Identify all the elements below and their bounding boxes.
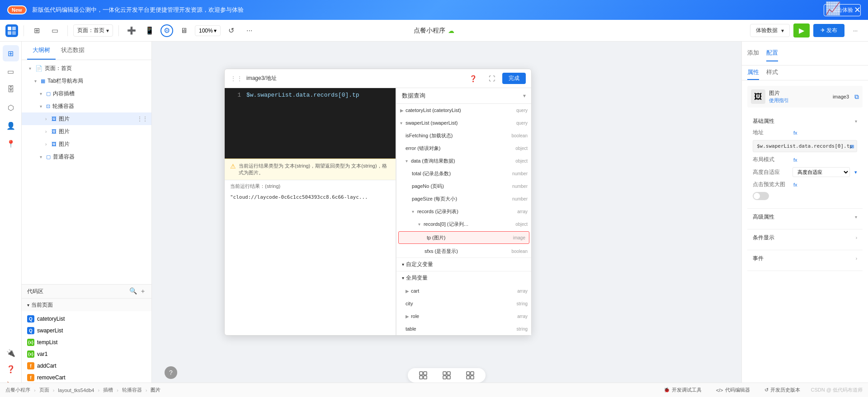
drag-icon[interactable]: ⋮⋮	[137, 116, 148, 122]
search-code-icon[interactable]: 🔍	[129, 287, 137, 295]
tree-item-image-2[interactable]: › 🖼 图片	[22, 125, 151, 138]
run-button[interactable]: ▶	[793, 23, 810, 37]
address-fx-icon[interactable]: fx	[793, 130, 797, 135]
done-button[interactable]: 完成	[502, 73, 526, 84]
add-page-icon[interactable]: ➕	[124, 23, 139, 38]
code-item-addCart[interactable]: f addCart	[22, 360, 151, 372]
sidebar-item-data[interactable]: 🗄	[3, 81, 19, 98]
publish-button[interactable]: ✈ 发布	[813, 24, 844, 37]
height-fx-icon[interactable]: ▾	[854, 169, 857, 175]
more-options-icon[interactable]: ···	[242, 23, 257, 38]
data-item-isFetching[interactable]: isFetching (加载状态) boolean	[396, 129, 531, 142]
code-item-swaperList[interactable]: Q swaperList	[22, 325, 151, 336]
code-item-catetoryList[interactable]: Q catetoryList	[22, 313, 151, 325]
data-item-pageSize[interactable]: pageSize (每页大小) number	[396, 192, 531, 205]
tab-state[interactable]: 状态数据	[56, 42, 90, 60]
preview-toggle[interactable]	[753, 192, 769, 200]
experience-data-button[interactable]: 体验数据▾	[750, 24, 790, 37]
help-icon[interactable]: ❓	[465, 73, 481, 84]
breadcrumb-layout[interactable]: layout_tks54db4	[58, 388, 94, 393]
more-menu-icon[interactable]: ···	[848, 23, 863, 38]
grid-view-icon[interactable]: ⊞	[29, 23, 44, 38]
data-item-label: catetoryList (catetoryList)	[406, 107, 461, 113]
tree-item-generic-container[interactable]: ▾ ▢ 普通容器	[22, 150, 151, 163]
tree-item-carousel[interactable]: ▾ ⊡ 轮播容器	[22, 100, 151, 112]
data-item-data[interactable]: ▾ data (查询结果数据) object	[396, 154, 531, 167]
code-item-removeCart[interactable]: f removeCart	[22, 372, 151, 383]
breadcrumb-carousel[interactable]: 轮播容器	[122, 387, 142, 393]
sidebar-item-location[interactable]: 📍	[3, 135, 19, 152]
data-item-error[interactable]: error (错误对象) object	[396, 142, 531, 154]
bottom-icon-1[interactable]	[419, 371, 428, 380]
data-item-city[interactable]: city string	[396, 297, 531, 310]
height-select[interactable]: 高度自适应 固定高度	[793, 167, 850, 177]
tree-item-page[interactable]: ▾ 📄 页面：首页 ⚙ 🔍	[22, 62, 151, 75]
sidebar-item-users[interactable]: 👤	[3, 117, 19, 134]
tree-item-tab-nav[interactable]: ▾ ▦ Tab栏导航布局	[22, 75, 151, 87]
sidebar-item-extensions[interactable]: 🔌	[3, 345, 19, 361]
layout-fx-icon[interactable]: fx	[793, 157, 797, 163]
code-editor-empty[interactable]	[225, 104, 396, 159]
data-item-records0[interactable]: ▾ records[0] (记录列… object	[396, 218, 531, 230]
data-item-total[interactable]: total (记录总条数) number	[396, 167, 531, 180]
drag-handle-icon[interactable]: ⋮⋮	[230, 75, 243, 82]
breadcrumb-page[interactable]: 页面	[39, 387, 49, 393]
settings-icon[interactable]: ⚙	[160, 24, 173, 37]
tab-properties[interactable]: 属性	[747, 65, 759, 80]
breadcrumb-app[interactable]: 点餐小程序	[5, 387, 30, 393]
page-selector[interactable]: 页面：首页 ▾	[73, 24, 113, 37]
tab-add[interactable]: 添加	[747, 45, 759, 61]
desktop-icon[interactable]: 🖥	[177, 23, 191, 38]
sidebar-item-components[interactable]: ⊞	[3, 45, 19, 61]
copy-icon[interactable]: ⧉	[854, 93, 859, 101]
address-value-box[interactable]: $w.swaperList.data.records[0].tp ⊞	[753, 140, 857, 152]
condition-title[interactable]: 条件显示 ›	[753, 234, 857, 242]
data-panel-header[interactable]: 数据查询 ▾	[396, 88, 531, 104]
app-logo[interactable]	[5, 24, 18, 37]
basic-props-title[interactable]: 基础属性 ▾	[753, 117, 857, 125]
code-item-var1[interactable]: {x} var1	[22, 348, 151, 360]
data-item-records[interactable]: ▾ records (记录列表) array	[396, 205, 531, 218]
debug-tool-button[interactable]: 🐞 开发调试工具	[660, 385, 705, 395]
add-code-icon[interactable]: ＋	[140, 287, 146, 295]
breadcrumb-slot[interactable]: 插槽	[103, 387, 113, 393]
tab-config[interactable]: 配置	[766, 45, 778, 61]
bottom-icon-2[interactable]	[442, 371, 451, 380]
data-item-pageNo[interactable]: pageNo (页码) number	[396, 180, 531, 192]
code-item-tempList[interactable]: {x} tempList	[22, 336, 151, 348]
fullscreen-icon[interactable]: ⛶	[484, 73, 500, 84]
history-button[interactable]: ↺ 开发历史版本	[761, 385, 804, 395]
event-title[interactable]: 事件 ›	[753, 255, 857, 262]
tree-item-image-1[interactable]: › 🖼 图片 ⋮⋮	[22, 112, 151, 125]
global-var-section[interactable]: ▾ 全局变量	[396, 271, 531, 285]
advanced-props-title[interactable]: 高级属性 ▾	[753, 213, 857, 221]
edit-binding-icon[interactable]: ⊞	[850, 143, 854, 150]
close-announcement-icon[interactable]: ✕	[854, 5, 861, 15]
sidebar-item-help[interactable]: ❓	[3, 361, 19, 377]
sidebar-item-pages[interactable]: ▭	[3, 63, 19, 79]
bottom-icon-3[interactable]	[466, 371, 475, 380]
zoom-selector[interactable]: 100% ▾	[195, 25, 221, 36]
tree-item-image-3[interactable]: › 🖼 图片	[22, 138, 151, 150]
breadcrumb-image[interactable]: 图片	[151, 387, 160, 393]
data-item-table[interactable]: table string	[396, 322, 531, 335]
data-item-swaperList[interactable]: ▾ swaperList (swaperList) query	[396, 117, 531, 129]
data-item-sfxs[interactable]: sfxs (是否显示) boolean	[396, 245, 531, 257]
data-item-cart[interactable]: ▶ cart array	[396, 285, 531, 297]
expr-code-line[interactable]: 1 $w.swaperList.data.records[0].tp	[225, 88, 396, 104]
page-view-icon[interactable]: ▭	[47, 23, 62, 38]
tree-item-content-slot[interactable]: ▾ ▢ 内容插槽	[22, 87, 151, 100]
data-item-tp[interactable]: tp (图片) image	[398, 231, 529, 244]
refresh-icon[interactable]: ↺	[224, 23, 239, 38]
tab-style[interactable]: 样式	[766, 65, 778, 80]
code-editor-button[interactable]: </> 代码编辑器	[712, 385, 754, 395]
help-button[interactable]: ?	[165, 366, 177, 379]
data-item-catetoryList[interactable]: ▶ catetoryList (catetoryList) query	[396, 104, 531, 117]
sidebar-item-workflow[interactable]: ⬡	[3, 99, 19, 116]
use-guide-link[interactable]: 使用指引	[769, 97, 829, 104]
preview-fx-icon[interactable]: fx	[793, 182, 797, 187]
mobile-icon[interactable]: 📱	[142, 23, 157, 38]
tab-outline[interactable]: 大纲树	[27, 42, 56, 60]
data-item-role[interactable]: ▶ role array	[396, 310, 531, 322]
custom-var-section[interactable]: ▾ 自定义变量	[396, 257, 531, 271]
